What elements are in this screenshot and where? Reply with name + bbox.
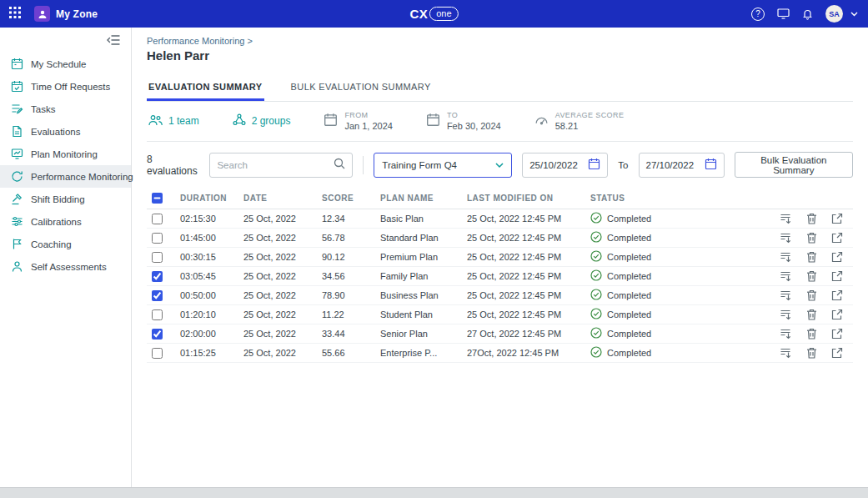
sidebar-item-shift-bidding[interactable]: Shift Bidding bbox=[0, 188, 131, 210]
delete-icon[interactable] bbox=[806, 232, 817, 244]
table-row[interactable]: 00:30:15 25 Oct, 2022 90.12 Premium Plan… bbox=[147, 248, 853, 267]
column-header-status[interactable]: STATUS bbox=[585, 188, 725, 209]
table-row[interactable]: 00:50:00 25 Oct, 2022 78.90 Business Pla… bbox=[147, 286, 853, 305]
calendar-icon bbox=[588, 158, 600, 172]
tab-bulk-evaluation-summary[interactable]: BULK EVALUATION SUMMARY bbox=[289, 74, 433, 101]
column-header-date[interactable]: DATE bbox=[238, 188, 317, 209]
cell-score: 78.90 bbox=[317, 286, 375, 305]
cell-score: 56.78 bbox=[317, 229, 375, 248]
sidebar-item-evaluations[interactable]: Evaluations bbox=[0, 120, 131, 143]
to-date-summary: TO Feb 30, 2024 bbox=[426, 111, 501, 131]
sidebar-item-my-schedule[interactable]: My Schedule bbox=[0, 53, 131, 75]
delete-icon[interactable] bbox=[806, 289, 817, 301]
playlist-add-icon[interactable] bbox=[780, 328, 792, 340]
playlist-add-icon[interactable] bbox=[780, 347, 792, 359]
cell-date: 25 Oct, 2022 bbox=[238, 209, 317, 229]
table-row[interactable]: 01:15:25 25 Oct, 2022 55.66 Enterprise P… bbox=[147, 344, 853, 363]
row-checkbox[interactable] bbox=[152, 290, 163, 301]
collapse-sidebar-icon[interactable] bbox=[107, 35, 120, 45]
open-in-new-icon[interactable] bbox=[831, 213, 843, 224]
table-row[interactable]: 01:20:10 25 Oct, 2022 11.22 Student Plan… bbox=[147, 305, 853, 324]
column-header-plan-name[interactable]: PLAN NAME bbox=[375, 188, 462, 209]
tab-evaluation-summary[interactable]: EVALUATION SUMMARY bbox=[147, 74, 264, 101]
open-in-new-icon[interactable] bbox=[831, 289, 843, 301]
table-row[interactable]: 01:45:00 25 Oct, 2022 56.78 Standard Pla… bbox=[147, 229, 853, 248]
search-icon[interactable] bbox=[334, 158, 345, 173]
cell-last-modified: 25 Oct, 2022 12:45 PM bbox=[462, 248, 585, 267]
bulk-evaluation-summary-button[interactable]: Bulk Evaluation Summary bbox=[735, 152, 853, 178]
form-select[interactable]: Training Form Q4 bbox=[374, 153, 512, 178]
table-row[interactable]: 02:00:00 25 Oct, 2022 33.44 Senior Plan … bbox=[147, 324, 853, 344]
row-checkbox[interactable] bbox=[152, 348, 163, 359]
playlist-add-icon[interactable] bbox=[780, 232, 792, 244]
date-from-input[interactable]: 25/10/2022 bbox=[522, 153, 608, 178]
my-zone-app[interactable]: My Zone bbox=[34, 6, 98, 22]
average-score-icon bbox=[534, 113, 549, 129]
page-title: Helen Parr bbox=[147, 48, 853, 63]
app-launcher-button[interactable] bbox=[8, 3, 26, 24]
date-to-input[interactable]: 27/10/2022 bbox=[639, 153, 725, 178]
agent-screen-icon[interactable] bbox=[777, 8, 790, 19]
sidebar-item-tasks[interactable]: Tasks bbox=[0, 98, 131, 120]
open-in-new-icon[interactable] bbox=[831, 232, 843, 244]
groups-summary[interactable]: 2 groups bbox=[233, 113, 291, 128]
column-header-score[interactable]: SCORE bbox=[317, 188, 375, 209]
cell-duration: 01:45:00 bbox=[175, 229, 238, 248]
user-menu-chevron-icon[interactable] bbox=[850, 12, 858, 17]
breadcrumb[interactable]: Performance Monitoring > bbox=[147, 36, 253, 46]
table-row[interactable]: 03:05:45 25 Oct, 2022 34.56 Family Plan … bbox=[147, 267, 853, 286]
sidebar-item-performance-monitoring[interactable]: Performance Monitoring bbox=[0, 165, 131, 188]
playlist-add-icon[interactable] bbox=[780, 309, 792, 320]
row-checkbox[interactable] bbox=[152, 214, 163, 224]
cell-duration: 03:05:45 bbox=[175, 267, 238, 286]
cell-plan-name: Premium Plan bbox=[375, 248, 462, 267]
open-in-new-icon[interactable] bbox=[831, 347, 843, 359]
playlist-add-icon[interactable] bbox=[780, 270, 792, 282]
help-icon[interactable]: ? bbox=[751, 8, 765, 21]
delete-icon[interactable] bbox=[806, 251, 817, 263]
row-checkbox[interactable] bbox=[152, 271, 163, 282]
cell-status: Completed bbox=[585, 229, 725, 248]
table-header-row: DURATION DATE SCORE PLAN NAME LAST MODIF… bbox=[147, 188, 853, 209]
row-checkbox[interactable] bbox=[152, 329, 163, 340]
open-in-new-icon[interactable] bbox=[831, 270, 843, 282]
sidebar-item-coaching[interactable]: Coaching bbox=[0, 233, 131, 255]
cell-duration: 00:30:15 bbox=[175, 248, 238, 267]
delete-icon[interactable] bbox=[806, 328, 817, 340]
playlist-add-icon[interactable] bbox=[780, 213, 792, 224]
table-row[interactable]: 02:15:30 25 Oct, 2022 12.34 Basic Plan 2… bbox=[147, 209, 853, 229]
sidebar-item-plan-monitoring[interactable]: Plan Monitoring bbox=[0, 143, 131, 165]
sidebar-item-label: Calibrations bbox=[31, 217, 82, 227]
playlist-add-icon[interactable] bbox=[780, 251, 792, 263]
delete-icon[interactable] bbox=[806, 347, 817, 359]
search-input[interactable] bbox=[217, 160, 334, 170]
open-in-new-icon[interactable] bbox=[831, 309, 843, 320]
sidebar-item-label: Plan Monitoring bbox=[31, 149, 98, 159]
open-in-new-icon[interactable] bbox=[831, 251, 843, 263]
playlist-add-icon[interactable] bbox=[780, 289, 792, 301]
cell-score: 33.44 bbox=[317, 324, 375, 344]
delete-icon[interactable] bbox=[806, 213, 817, 224]
open-in-new-icon[interactable] bbox=[831, 328, 843, 340]
delete-icon[interactable] bbox=[806, 309, 817, 320]
column-header-last-modified[interactable]: LAST MODIFIED ON bbox=[462, 188, 585, 209]
chevron-down-icon bbox=[495, 160, 504, 170]
select-all-checkbox[interactable] bbox=[152, 193, 163, 204]
row-checkbox[interactable] bbox=[152, 233, 163, 244]
delete-icon[interactable] bbox=[806, 270, 817, 282]
sidebar-item-time-off-requests[interactable]: Time Off Requests bbox=[0, 75, 131, 98]
row-checkbox[interactable] bbox=[152, 252, 163, 263]
calibrations-icon bbox=[10, 215, 23, 229]
row-checkbox[interactable] bbox=[152, 309, 163, 320]
team-summary[interactable]: 1 team bbox=[148, 114, 199, 128]
sidebar-item-self-assessments[interactable]: Self Assessments bbox=[0, 255, 131, 278]
date-from-value: 25/10/2022 bbox=[529, 160, 578, 170]
user-avatar[interactable]: SA bbox=[825, 5, 843, 23]
sidebar-item-calibrations[interactable]: Calibrations bbox=[0, 210, 131, 233]
cell-plan-name: Basic Plan bbox=[375, 209, 462, 229]
notifications-bell-icon[interactable] bbox=[802, 8, 813, 20]
groups-icon bbox=[233, 113, 246, 128]
column-header-duration[interactable]: DURATION bbox=[175, 188, 238, 209]
completed-check-icon bbox=[590, 231, 602, 244]
completed-check-icon bbox=[590, 346, 602, 360]
